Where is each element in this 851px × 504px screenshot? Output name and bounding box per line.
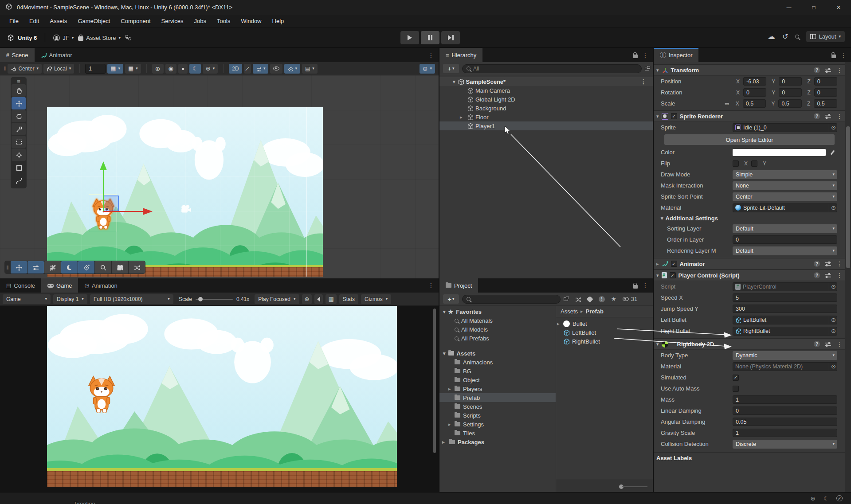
breadcrumb-assets[interactable]: Assets <box>561 308 578 315</box>
object-picker-icon[interactable] <box>829 327 836 335</box>
gravity-scale-field[interactable]: 1 <box>733 429 837 437</box>
rotate-tool[interactable] <box>12 110 26 122</box>
asset-bullet[interactable]: Bullet <box>556 319 653 328</box>
help-icon[interactable]: ? <box>814 272 820 278</box>
kebab-icon[interactable] <box>836 113 843 119</box>
move-tool[interactable] <box>12 97 26 109</box>
jump-speed-field[interactable]: 300 <box>733 305 837 313</box>
menu-help[interactable]: Help <box>267 16 289 26</box>
object-picker-icon[interactable] <box>829 283 836 291</box>
foldout-icon[interactable] <box>656 342 659 347</box>
material-object-field[interactable]: Sprite-Lit-Default <box>733 203 837 212</box>
foldout-icon[interactable] <box>656 262 659 266</box>
tab-scene[interactable]: Scene <box>0 48 35 62</box>
additional-settings-header[interactable]: Additional Settings <box>654 213 845 223</box>
overlay-sliders-tool[interactable] <box>27 261 44 273</box>
overlay-zoom-tool[interactable] <box>95 261 111 273</box>
angular-damping-field[interactable]: 0.05 <box>733 418 837 426</box>
layout-dropdown[interactable]: Layout <box>806 31 845 42</box>
maximize-button[interactable] <box>801 0 826 15</box>
lock-icon[interactable] <box>633 55 638 58</box>
account-button[interactable]: JF <box>53 35 74 41</box>
flip-y-checkbox[interactable] <box>751 160 757 167</box>
position-z-field[interactable]: 0 <box>814 77 837 86</box>
project-search-input[interactable] <box>462 295 561 304</box>
folder-object[interactable]: Object <box>439 375 556 384</box>
kebab-icon[interactable] <box>840 52 847 58</box>
menu-jobs[interactable]: Jobs <box>189 16 211 26</box>
overlay-layers-toggle[interactable] <box>78 261 94 273</box>
audio-sphere-toggle[interactable] <box>165 64 176 74</box>
effects-dropdown[interactable] <box>253 64 269 74</box>
menu-component[interactable]: Component <box>116 16 155 26</box>
folder-prefab[interactable]: Prefab <box>439 393 556 402</box>
close-button[interactable] <box>826 0 851 15</box>
component-enabled-checkbox[interactable] <box>671 113 677 119</box>
step-button[interactable] <box>441 31 460 44</box>
scale-slider[interactable] <box>196 299 233 300</box>
overlay-handle[interactable] <box>5 265 10 270</box>
scene-root-row[interactable]: SampleScene* <box>439 77 653 86</box>
order-in-layer-field[interactable]: 0 <box>733 235 837 244</box>
mass-field[interactable]: 1 <box>733 395 837 404</box>
menu-assets[interactable]: Assets <box>45 16 72 26</box>
cloud-icon[interactable] <box>768 33 775 40</box>
lock-icon[interactable] <box>831 55 836 58</box>
vsync-button[interactable] <box>325 294 336 304</box>
linear-damping-field[interactable]: 0 <box>733 406 837 415</box>
asset-leftbullet[interactable]: LeftBullet <box>556 328 653 337</box>
zoom-slider-track[interactable] <box>622 486 647 487</box>
hierarchy-item-background[interactable]: Background <box>439 104 653 113</box>
tab-inspector[interactable]: i Inspector <box>654 48 698 62</box>
link-scale-icon[interactable]: ∞ <box>724 101 730 106</box>
body-type-dropdown[interactable]: Dynamic <box>733 351 837 360</box>
lighting-toggle[interactable] <box>152 64 164 74</box>
favorite-all-models[interactable]: All Models <box>439 325 556 334</box>
history-icon[interactable] <box>782 33 788 40</box>
right-bullet-object-field[interactable]: RightBullet <box>733 327 837 336</box>
timeline-tab-clipped[interactable]: Timeline <box>74 500 95 504</box>
foldout-icon[interactable] <box>442 440 445 445</box>
component-enabled-checkbox[interactable] <box>671 261 677 267</box>
simulated-checkbox[interactable] <box>733 375 739 381</box>
menu-edit[interactable]: Edit <box>24 16 44 26</box>
drag-handle[interactable] <box>4 66 6 71</box>
game-vertical-scrollbar[interactable] <box>433 309 436 453</box>
open-sprite-editor-button[interactable]: Open Sprite Editor <box>664 134 835 145</box>
kebab-icon[interactable] <box>428 282 434 289</box>
foldout-icon[interactable] <box>443 309 446 314</box>
favorite-all-prefabs[interactable]: All Prefabs <box>439 334 556 343</box>
tab-console[interactable]: Console <box>0 278 41 293</box>
display-target-dropdown[interactable]: Game <box>3 294 51 304</box>
kebab-icon[interactable] <box>640 78 647 85</box>
folder-tiles[interactable]: Tiles <box>439 429 556 438</box>
status-ok-icon[interactable]: ✓ <box>834 494 845 503</box>
rendering-layer-dropdown[interactable]: Default <box>733 246 837 255</box>
resolution-dropdown[interactable]: Full HD (1920x1080) <box>90 294 173 304</box>
favorites-root[interactable]: Favorites <box>439 307 556 316</box>
preset-icon[interactable] <box>825 68 831 73</box>
position-x-field[interactable]: -6.03 <box>743 77 766 86</box>
physics-material-field[interactable]: None (Physics Material 2D) <box>733 362 837 371</box>
player-control-header[interactable]: Player Control (Script) ? <box>654 270 845 281</box>
preset-icon[interactable] <box>825 273 831 278</box>
help-icon[interactable]: ? <box>814 261 820 267</box>
camera-gizmo-icon[interactable] <box>180 203 195 215</box>
menu-services[interactable]: Services <box>157 16 188 26</box>
folder-settings[interactable]: Settings <box>439 420 556 429</box>
script-object-field[interactable]: PlayerControl <box>733 282 837 291</box>
hierarchy-item-player1[interactable]: Player1 <box>439 121 653 130</box>
collision-detection-dropdown[interactable]: Discrete <box>733 440 837 449</box>
kebab-icon[interactable] <box>428 52 434 58</box>
object-picker-icon[interactable] <box>829 204 836 212</box>
debugger-disabled-icon[interactable] <box>808 494 818 503</box>
auto-mass-checkbox[interactable] <box>733 386 739 392</box>
2d-toggle[interactable]: 2D <box>229 64 242 74</box>
rotation-x-field[interactable]: 0 <box>743 88 766 97</box>
expand-icon[interactable] <box>564 297 568 301</box>
draw-mode-dropdown[interactable]: Simple <box>733 170 837 179</box>
asset-labels-header[interactable]: Asset Labels <box>654 452 845 464</box>
overlay-light-toggle[interactable] <box>61 261 78 273</box>
object-picker-icon[interactable] <box>829 363 836 371</box>
menu-gameobject[interactable]: GameObject <box>73 16 115 26</box>
